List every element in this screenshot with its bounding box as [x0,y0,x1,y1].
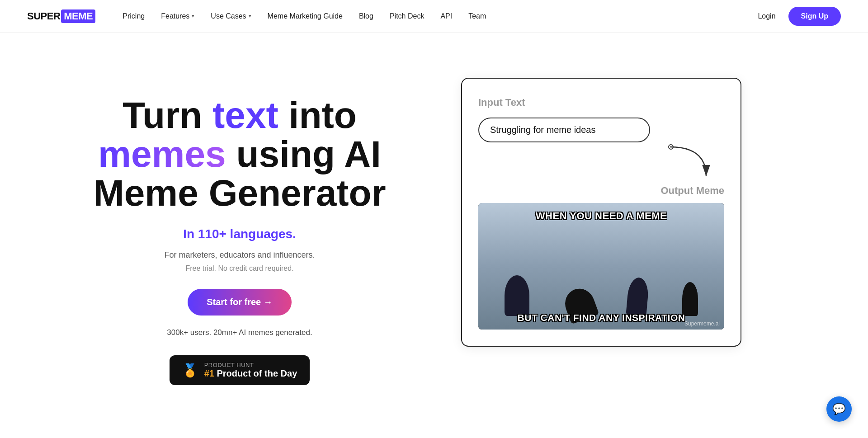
nav-links: Pricing Features ▾ Use Cases ▾ Meme Mark… [123,12,758,20]
login-link[interactable]: Login [758,12,775,20]
product-hunt-badge: 🏅 PRODUCT HUNT #1 Product of the Day [170,355,310,385]
product-hunt-label: PRODUCT HUNT [204,362,297,368]
logo[interactable]: SUPERMEME [27,9,95,23]
demo-output-label: Output Meme [478,185,724,197]
hero-content: Turn text into memes using AI Meme Gener… [54,69,425,385]
chevron-down-icon: ▾ [249,13,251,19]
trophy-icon: 🏅 [182,363,198,378]
cta-button[interactable]: Start for free → [188,289,292,316]
nav-link-api[interactable]: API [440,12,452,20]
chevron-down-icon: ▾ [192,13,194,19]
hero-headline: Turn text into memes using AI Meme Gener… [54,96,425,212]
hero-stats: 300k+ users. 20mn+ AI memes generated. [54,328,425,337]
nav-link-blog[interactable]: Blog [359,12,373,20]
hero-trial-text: Free trial. No credit card required. [54,264,425,273]
meme-figure-4 [682,282,698,316]
nav-link-team[interactable]: Team [468,12,486,20]
nav-link-pitch-deck[interactable]: Pitch Deck [390,12,424,20]
demo-meme-image: WHEN YOU NEED A MEME BUT CAN'T FIND ANY … [478,203,724,330]
chat-bubble-button[interactable]: 💬 [826,396,852,422]
nav-link-features[interactable]: Features ▾ [161,12,194,20]
demo-card: Input Text Struggling for meme ideas Out… [461,78,741,347]
logo-meme-text: MEME [61,9,95,23]
hero-description: For marketers, educators and influencers… [54,250,425,260]
product-hunt-title: #1 Product of the Day [204,368,297,379]
product-hunt-text: PRODUCT HUNT #1 Product of the Day [204,362,297,379]
hero-section: Turn text into memes using AI Meme Gener… [0,33,868,438]
navbar: SUPERMEME Pricing Features ▾ Use Cases ▾… [0,0,868,33]
meme-figure-1 [505,275,529,316]
meme-text-top: WHEN YOU NEED A MEME [478,203,724,222]
demo-arrow-svg [661,142,715,183]
signup-button[interactable]: Sign Up [788,7,841,26]
meme-figures [478,275,724,316]
demo-arrow-area [478,147,724,183]
demo-input-label: Input Text [478,97,724,108]
nav-right: Login Sign Up [758,7,841,26]
hero-demo: Input Text Struggling for meme ideas Out… [461,78,741,347]
nav-link-meme-marketing[interactable]: Meme Marketing Guide [268,12,343,20]
demo-input-field[interactable]: Struggling for meme ideas [478,118,650,142]
nav-link-use-cases[interactable]: Use Cases ▾ [211,12,251,20]
meme-watermark: Supermeme.ai [684,320,720,327]
chat-icon: 💬 [832,403,846,415]
logo-super-text: SUPER [27,10,60,22]
nav-link-pricing[interactable]: Pricing [123,12,145,20]
hero-subheadline: In 110+ languages. [54,227,425,241]
meme-figure-3 [626,277,649,317]
